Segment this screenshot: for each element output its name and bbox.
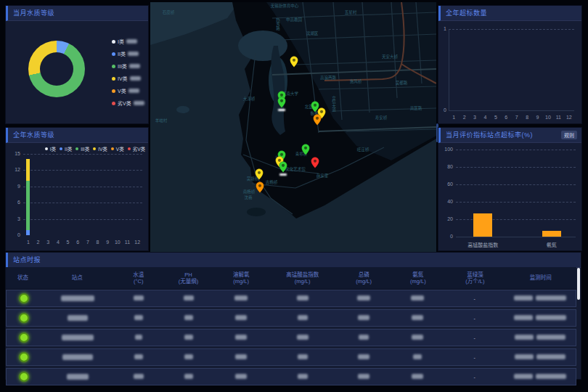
stacked-bar-segment[interactable] bbox=[26, 230, 30, 235]
legend-value-redacted bbox=[129, 64, 140, 68]
map-marker-green[interactable] bbox=[279, 161, 287, 173]
station-name-redacted bbox=[62, 335, 94, 340]
map-marker-green[interactable] bbox=[301, 144, 310, 155]
x-axis-tick-label: 1 bbox=[449, 115, 458, 120]
y-axis-tick-label: 1 bbox=[440, 26, 446, 31]
column-header: 监测时间 bbox=[505, 274, 576, 281]
timestamp-redacted bbox=[514, 374, 533, 379]
timestamp-redacted bbox=[536, 315, 566, 320]
value-cell bbox=[337, 315, 391, 321]
map-place-label: 南杨桥 bbox=[243, 189, 256, 195]
map-place-label: 具区路 bbox=[410, 105, 422, 111]
x-axis-tick-label: 12 bbox=[133, 240, 142, 245]
status-cell bbox=[7, 293, 41, 303]
value-redacted bbox=[184, 374, 193, 379]
map-marker-red[interactable] bbox=[311, 157, 319, 168]
value-cell bbox=[214, 335, 268, 340]
panel-month-exceedance-rate: 当月评价指标站点超标率(%) 规则 020406080100高锰酸盐指数氨氮 bbox=[438, 128, 581, 250]
city-map[interactable]: 无锡新体育中心中高教园滨湖区隐秀路五星村石皮桥天安大桥吴都路具区路高浪西路惠风桥… bbox=[150, 2, 436, 252]
value-cell bbox=[269, 335, 337, 340]
column-header: 站点 bbox=[40, 274, 114, 281]
value-cell bbox=[214, 374, 268, 380]
status-cell bbox=[7, 332, 41, 343]
rate-bar[interactable] bbox=[473, 213, 492, 237]
map-park-patch bbox=[238, 30, 287, 61]
station-cell bbox=[41, 295, 115, 302]
legend-item: III类 bbox=[112, 62, 144, 70]
x-axis-tick-label: 1 bbox=[24, 240, 33, 245]
time-cell bbox=[505, 315, 576, 321]
y-axis-tick-label: 9 bbox=[10, 184, 20, 189]
y-axis-tick-label: 80 bbox=[441, 164, 453, 169]
value-redacted bbox=[359, 335, 369, 340]
panel-title: 当月水质等级 bbox=[6, 6, 148, 21]
value-cell bbox=[214, 354, 268, 360]
value-cell bbox=[115, 315, 163, 321]
gridline bbox=[23, 154, 142, 155]
value-cell bbox=[391, 335, 444, 340]
value-redacted bbox=[134, 354, 143, 359]
map-place-label: 寿安桥 bbox=[375, 115, 388, 121]
exceedance-rate-bar-chart[interactable]: 020406080100高锰酸盐指数氨氮 bbox=[438, 128, 581, 250]
value-cell bbox=[163, 295, 215, 301]
value-redacted bbox=[235, 335, 247, 340]
donut-hole bbox=[40, 52, 73, 86]
x-axis-tick-label: 3 bbox=[470, 115, 479, 120]
value-redacted bbox=[134, 315, 143, 320]
map-marker-orange[interactable] bbox=[256, 181, 264, 193]
x-axis-tick-label: 8 bbox=[523, 115, 531, 120]
map-marker-yellow[interactable] bbox=[255, 168, 264, 180]
annual-exceedance-chart[interactable]: 10123456789101112 bbox=[438, 6, 581, 123]
x-axis-line bbox=[449, 110, 574, 111]
value-redacted bbox=[135, 335, 142, 340]
table-row[interactable]: - bbox=[6, 309, 576, 327]
map-marker-orange[interactable] bbox=[313, 114, 322, 126]
pin-icon bbox=[277, 97, 286, 108]
value-redacted bbox=[134, 374, 144, 379]
legend-dot bbox=[112, 77, 115, 81]
y-axis-tick-label: 20 bbox=[441, 216, 453, 221]
y-axis-tick-label: 3 bbox=[10, 216, 20, 221]
table-row[interactable]: - bbox=[6, 368, 576, 385]
stacked-bar-segment[interactable] bbox=[26, 159, 30, 181]
status-cell bbox=[7, 313, 41, 323]
table-scrollbar[interactable] bbox=[577, 268, 580, 300]
timestamp-redacted bbox=[514, 295, 533, 301]
marker-selected-label bbox=[278, 109, 285, 111]
timestamp-redacted bbox=[536, 295, 566, 301]
status-ok-dot bbox=[19, 293, 29, 303]
x-axis-tick-label: 5 bbox=[491, 115, 500, 120]
map-place-label: 文化艺术馆 bbox=[285, 166, 306, 172]
panel-annual-exceedance: 全年超标数量 10123456789101112 bbox=[438, 6, 581, 123]
value-cell bbox=[163, 315, 215, 321]
value-redacted bbox=[413, 354, 422, 359]
table-body: ----- bbox=[6, 290, 576, 379]
station-cell bbox=[41, 374, 115, 380]
annual-quality-stacked-chart[interactable]: 03691215123456789101112 bbox=[6, 128, 148, 250]
map-marker-yellow[interactable] bbox=[290, 56, 298, 68]
legend-value-redacted bbox=[128, 89, 139, 93]
x-axis-tick-label: 9 bbox=[534, 115, 542, 120]
x-axis-tick-label: 4 bbox=[54, 240, 62, 245]
table-row[interactable]: - bbox=[6, 290, 576, 307]
value-redacted bbox=[358, 315, 369, 320]
x-axis-tick-label: 2 bbox=[34, 240, 43, 245]
stacked-bar-segment[interactable] bbox=[26, 181, 30, 229]
x-axis-tick-label: 9 bbox=[103, 240, 112, 245]
map-marker-green[interactable] bbox=[277, 97, 286, 108]
y-axis-tick-label: 0 bbox=[10, 232, 20, 237]
gridline bbox=[456, 150, 576, 150]
value-redacted bbox=[184, 295, 194, 301]
gridline bbox=[449, 29, 574, 30]
rate-bar[interactable] bbox=[542, 231, 561, 237]
table-row[interactable]: - bbox=[6, 329, 576, 346]
value-redacted bbox=[412, 335, 423, 340]
x-axis-tick-label: 7 bbox=[83, 240, 92, 245]
algae-cell: - bbox=[445, 335, 505, 340]
value-cell bbox=[115, 335, 163, 340]
panel-title: 站点时报 bbox=[6, 253, 581, 268]
table-row[interactable]: - bbox=[6, 348, 576, 366]
map-place-label: 薛家里 bbox=[317, 173, 329, 179]
map-islet bbox=[176, 106, 189, 113]
time-cell bbox=[505, 354, 576, 360]
